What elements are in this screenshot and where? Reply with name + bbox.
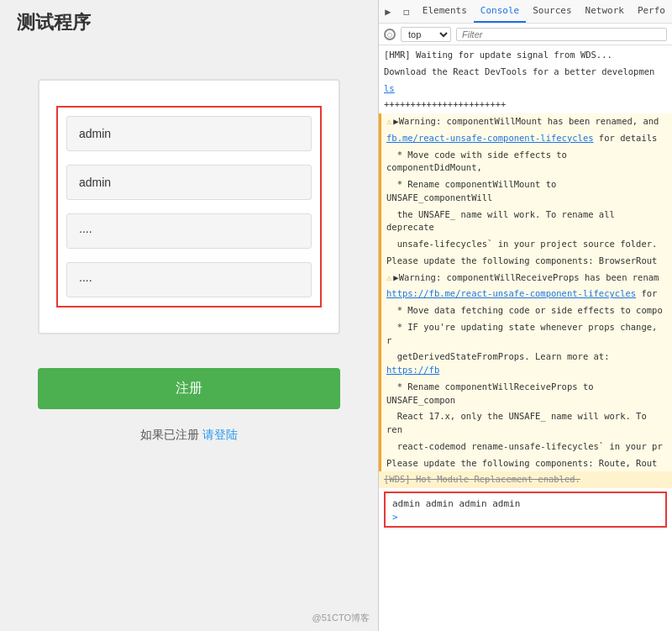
device-icon[interactable]: ◻ [399,2,414,22]
console-highlighted-line: [WDS] Hot Module Replacement enabled. [379,471,672,488]
watermark: @51CTO博客 [312,612,370,624]
login-prompt-text: 如果已注册 [140,428,202,441]
filter-input[interactable] [456,28,667,41]
console-warning-line: * IF you're updating state whenever prop… [379,319,672,350]
register-button[interactable]: 注册 [38,368,340,409]
login-link[interactable]: 请登陆 [202,428,238,441]
console-result-box: admin admin admin admin > [384,492,667,528]
devtools-panel: ▶ ◻ Elements Console Sources Network Per… [378,0,672,631]
console-warning-line: getDerivedStateFromProps. Learn more at:… [379,349,672,379]
login-link-row: 如果已注册 请登陆 [0,428,378,443]
confirm-password-field[interactable]: ···· [66,262,312,297]
console-output-value: admin admin admin admin [392,497,659,512]
tab-console[interactable]: Console [474,0,526,23]
clear-console-button[interactable]: ○ [384,29,396,40]
warning-link[interactable]: fb.me/react-unsafe-component-lifecycles [386,133,594,143]
console-warning-line: https://fb.me/react-unsafe-component-lif… [379,286,672,302]
console-arrow: > [392,512,659,523]
form-container: admin admin ···· ···· [38,79,340,334]
devtools-link[interactable]: ls [384,83,395,93]
console-warning-line: fb.me/react-unsafe-component-lifecycles … [379,130,672,147]
console-warning-line: * Rename componentWillMount to UNSAFE_co… [379,176,672,207]
console-warning-line: react-codemod rename-unsafe-lifecycles` … [379,439,672,455]
devtools-toolbar: ○ top [379,24,672,45]
form-highlight-box: admin admin ···· ···· [56,106,322,308]
app-title: 测试程序 [0,0,378,45]
tab-network[interactable]: Network [579,0,631,23]
console-warning-line: * Move data fetching code or side effect… [379,302,672,319]
console-line: Download the React DevTools for a better… [379,64,672,81]
left-panel: 测试程序 admin admin ···· ···· 注册 如果已注册 请登陆 … [0,0,378,631]
console-line: ls [379,81,672,97]
console-warning-line: Please update the following components: … [379,455,672,472]
warning-icon: ⚠ [386,272,391,282]
email-field[interactable]: admin [66,165,312,200]
console-warning-line: ⚠▶Warning: componentWillReceiveProps has… [379,270,672,287]
console-warning-line: * Move code with side effects to compone… [379,147,672,177]
console-warning-line: React 17.x, only the UNSAFE_ name will w… [379,408,672,439]
tab-performance[interactable]: Perfo [631,0,672,23]
password-field[interactable]: ···· [66,213,312,249]
warning-link3[interactable]: https://fb [386,365,439,375]
console-warning-line: Please update the following components: … [379,253,672,270]
console-output: [HMR] Waiting for update signal from WDS… [379,45,672,631]
context-select[interactable]: top [401,27,451,42]
warning-icon: ⚠ [386,116,391,126]
console-warning-line: * Rename componentWillReceiveProps to UN… [379,379,672,409]
inspect-icon[interactable]: ▶ [381,2,396,22]
tab-sources[interactable]: Sources [526,0,578,23]
console-line: [HMR] Waiting for update signal from WDS… [379,47,672,64]
devtools-tabs-bar: ▶ ◻ Elements Console Sources Network Per… [379,0,672,24]
console-warning-line: unsafe-lifecycles` in your project sourc… [379,236,672,253]
tab-elements[interactable]: Elements [416,0,474,23]
console-line: +++++++++++++++++++++++ [379,97,672,113]
console-warning-line: ⚠▶Warning: componentWillMount has been r… [379,113,672,130]
warning-link2[interactable]: https://fb.me/react-unsafe-component-lif… [386,288,636,298]
console-warning-line: the UNSAFE_ name will work. To rename al… [379,207,672,237]
username-field[interactable]: admin [66,116,312,151]
